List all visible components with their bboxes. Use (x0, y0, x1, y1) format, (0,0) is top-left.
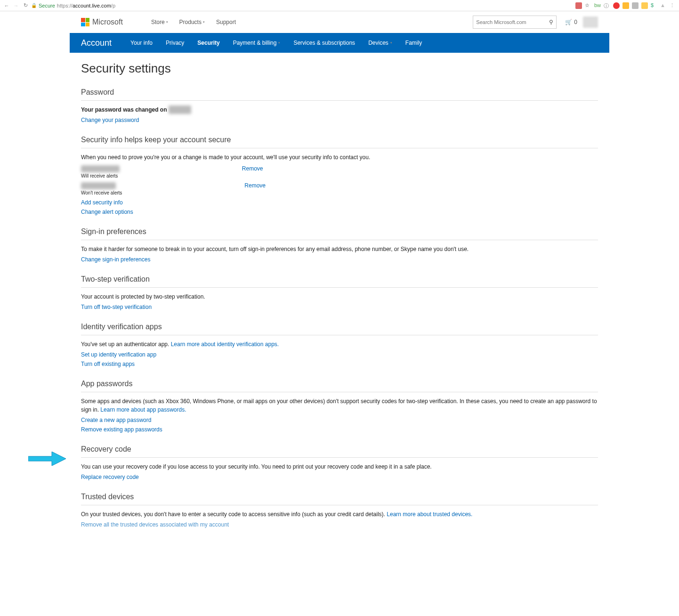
security-info-desc: When you need to prove you're you or a c… (81, 153, 598, 162)
remove-security-info-link[interactable]: Remove (244, 182, 266, 189)
learn-more-app-passwords-link[interactable]: Learn more about app passwords. (100, 406, 186, 413)
tab-payment-billing[interactable]: Payment & billing ▾ (233, 40, 281, 46)
section-heading: Recovery code (81, 445, 598, 454)
remove-app-passwords-link[interactable]: Remove existing app passwords (81, 426, 598, 433)
nav-support[interactable]: Support (216, 19, 236, 25)
forward-button[interactable]: → (12, 2, 20, 9)
turn-off-two-step-link[interactable]: Turn off two-step verification (81, 304, 598, 310)
tab-your-info[interactable]: Your info (130, 40, 153, 46)
security-info-meta: Won't receive alerts (81, 190, 122, 195)
browser-chrome: ← → ↻ 🔒 Secure https://account.live.com/… (0, 0, 679, 11)
annotation-arrow-icon (28, 452, 66, 466)
back-button[interactable]: ← (3, 2, 10, 9)
ext-icon[interactable] (613, 2, 620, 9)
microsoft-logo-icon (81, 18, 89, 26)
idapps-desc: You've set up an authenticator app. Lear… (81, 340, 598, 349)
section-heading: Password (81, 88, 598, 97)
brand-label: Microsoft (92, 18, 123, 26)
section-heading: Sign-in preferences (81, 227, 598, 236)
star-icon[interactable]: ☆ (585, 2, 591, 9)
password-changed-text: Your password was changed on xxxxxxxx (81, 105, 598, 114)
chevron-down-icon: ▾ (166, 20, 168, 24)
secure-label: Secure (39, 3, 55, 8)
remove-security-info-link[interactable]: Remove (242, 165, 263, 172)
section-password: Password Your password was changed on xx… (81, 88, 598, 123)
section-app-passwords: App passwords Some apps and devices (suc… (81, 380, 598, 433)
cart-button[interactable]: 🛒 0 (565, 19, 577, 25)
reload-button[interactable]: ↻ (22, 2, 29, 9)
top-header: Microsoft Store▾ Products▾ Support ⚲ 🛒 0 (70, 11, 609, 33)
security-info-meta: Will receive alerts (81, 173, 120, 178)
cart-icon: 🛒 (565, 19, 572, 25)
add-security-info-link[interactable]: Add security info (81, 199, 598, 206)
section-heading: Security info helps keep your account se… (81, 136, 598, 144)
chevron-down-icon: ▾ (278, 41, 280, 45)
apppw-desc: Some apps and devices (such as Xbox 360,… (81, 397, 598, 414)
content: Security settings Password Your password… (70, 53, 609, 537)
tab-family[interactable]: Family (405, 40, 422, 46)
ext-icon[interactable] (575, 2, 582, 9)
lock-icon: 🔒 (31, 3, 37, 8)
ext-icon[interactable]: ▲ (660, 2, 667, 9)
tab-services-subscriptions[interactable]: Services & subscriptions (293, 40, 355, 46)
search-box[interactable]: ⚲ (473, 16, 557, 29)
signin-desc: To make it harder for someone to break i… (81, 245, 598, 253)
section-signin: Sign-in preferences To make it harder fo… (81, 227, 598, 263)
cart-count: 0 (574, 19, 577, 25)
setup-identity-app-link[interactable]: Set up identity verification app (81, 351, 598, 358)
security-info-item: xxx-xxx-xxxx Won't receive alerts Remove (81, 182, 598, 195)
section-two-step: Two-step verification Your account is pr… (81, 275, 598, 310)
tab-privacy[interactable]: Privacy (166, 40, 184, 46)
chevron-down-icon: ▾ (203, 20, 205, 24)
section-heading: Two-step verification (81, 275, 598, 284)
search-icon[interactable]: ⚲ (549, 19, 553, 25)
create-app-password-link[interactable]: Create a new app password (81, 417, 598, 423)
security-info-value: xxx@xxxx.xxx (81, 165, 120, 172)
section-heading: Identity verification apps (81, 323, 598, 331)
browser-extension-icons: ☆ bw ⓘ $ ▲ ⋮ (575, 2, 676, 9)
section-trusted-devices: Trusted devices On your trusted devices,… (81, 493, 598, 528)
section-security-info: Security info helps keep your account se… (81, 136, 598, 215)
section-heading: App passwords (81, 380, 598, 388)
tab-security[interactable]: Security (197, 40, 219, 46)
avatar[interactable] (583, 16, 598, 28)
menu-icon[interactable]: ⋮ (670, 2, 676, 9)
tab-devices[interactable]: Devices ▾ (368, 40, 392, 46)
account-subnav: Account Your info Privacy Security Payme… (70, 33, 609, 53)
learn-more-identity-apps-link[interactable]: Learn more about identity verification a… (171, 341, 279, 348)
ext-icon[interactable] (622, 2, 629, 9)
nav-store[interactable]: Store▾ (151, 19, 168, 25)
change-signin-preferences-link[interactable]: Change sign-in preferences (81, 256, 598, 263)
replace-recovery-code-link[interactable]: Replace recovery code (81, 474, 598, 480)
recovery-desc: You can use your recovery code if you lo… (81, 462, 598, 471)
microsoft-logo[interactable]: Microsoft (81, 18, 123, 26)
nav-products[interactable]: Products▾ (179, 19, 205, 25)
password-changed-date: xxxxxxxx (169, 105, 191, 114)
ext-icon[interactable] (632, 2, 639, 9)
section-identity-apps: Identity verification apps You've set up… (81, 323, 598, 367)
learn-more-trusted-devices-link[interactable]: Learn more about trusted devices. (387, 511, 472, 518)
svg-marker-0 (28, 452, 66, 466)
remove-trusted-devices-link[interactable]: Remove all the trusted devices associate… (81, 521, 598, 528)
page-title: Security settings (81, 61, 598, 76)
turn-off-existing-apps-link[interactable]: Turn off existing apps (81, 361, 598, 367)
change-password-link[interactable]: Change your password (81, 117, 598, 123)
ext-icon[interactable]: $ (651, 2, 657, 9)
ext-icon[interactable]: bw (594, 2, 601, 9)
trusted-desc: On your trusted devices, you don't have … (81, 510, 598, 519)
two-step-desc: Your account is protected by two-step ve… (81, 292, 598, 301)
ext-icon[interactable]: ⓘ (604, 2, 610, 9)
change-alert-options-link[interactable]: Change alert options (81, 209, 598, 215)
account-brand[interactable]: Account (81, 38, 112, 48)
top-nav: Store▾ Products▾ Support (151, 19, 236, 25)
security-info-value: xxx-xxx-xxxx (81, 182, 116, 189)
security-info-item: xxx@xxxx.xxx Will receive alerts Remove (81, 165, 598, 178)
section-heading: Trusted devices (81, 493, 598, 501)
ext-icon[interactable] (641, 2, 648, 9)
address-bar[interactable]: https://account.live.com/p (57, 3, 115, 8)
search-input[interactable] (476, 19, 549, 25)
chevron-down-icon: ▾ (390, 41, 392, 45)
section-recovery-code: Recovery code You can use your recovery … (81, 445, 598, 480)
